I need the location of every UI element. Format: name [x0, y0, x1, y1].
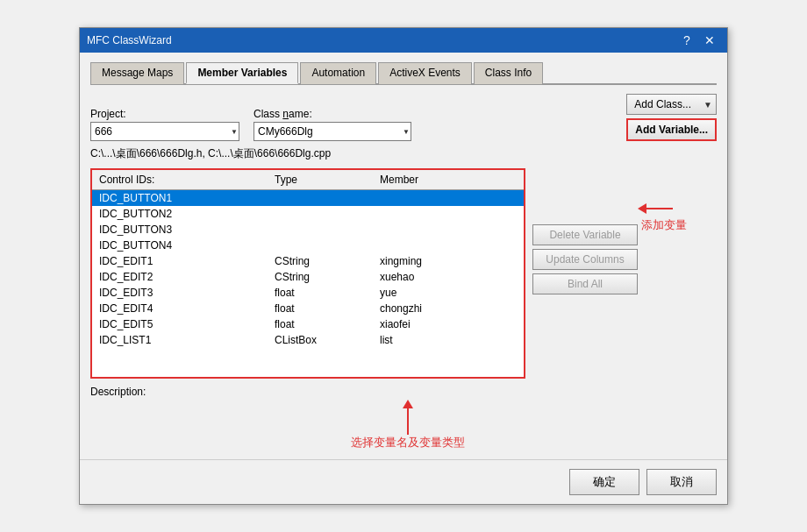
right-arrow-shaft: [646, 208, 673, 209]
footer: 确定 取消: [80, 459, 727, 504]
project-label: Project:: [90, 108, 239, 120]
add-class-arrow-icon: ▼: [703, 100, 712, 110]
col-header-control-ids: Control IDs:: [96, 172, 271, 188]
col-header-type: Type: [271, 172, 376, 188]
table-row[interactable]: IDC_EDIT5 float xiaofei: [92, 316, 524, 332]
class-name-group: Class name: CMy666Dlg: [254, 108, 411, 141]
main-area: Control IDs: Type Member IDC_BUTTON1 IDC…: [90, 168, 638, 379]
add-class-button[interactable]: Add Class... ▼: [626, 94, 717, 115]
title-bar-left: MFC ClassWizard: [87, 34, 172, 46]
class-name-select[interactable]: CMy666Dlg: [254, 122, 411, 141]
project-group: Project: 666: [90, 108, 239, 141]
cell-member: [373, 223, 478, 237]
bottom-annotation: 选择变量名及变量类型: [134, 400, 682, 450]
cell-type: [268, 207, 373, 221]
left-col: Control IDs: Type Member IDC_BUTTON1 IDC…: [90, 168, 638, 450]
table-row[interactable]: IDC_BUTTON1: [92, 190, 524, 206]
update-columns-button[interactable]: Update Columns: [532, 249, 638, 270]
description-label: Description:: [90, 386, 146, 398]
table-row[interactable]: IDC_BUTTON4: [92, 238, 524, 253]
cell-member: xiaofei: [373, 317, 478, 331]
cell-id: IDC_EDIT2: [92, 270, 268, 284]
cell-type: float: [268, 317, 373, 331]
tab-message-maps[interactable]: Message Maps: [90, 62, 184, 84]
cell-type: float: [268, 301, 373, 316]
cell-type: [268, 238, 373, 252]
cell-id: IDC_EDIT4: [92, 301, 268, 316]
table-body: IDC_BUTTON1 IDC_BUTTON2 IDC_BUTTON3 IDC_…: [92, 190, 524, 348]
col-header-member: Member: [376, 172, 482, 188]
cell-member: [373, 191, 478, 205]
table-row[interactable]: IDC_EDIT3 float yue: [92, 285, 524, 301]
help-button[interactable]: ?: [676, 32, 697, 49]
cell-id: IDC_EDIT3: [92, 286, 268, 300]
file-path: C:\...\桌面\666\666Dlg.h, C:\...\桌面\666\66…: [90, 146, 717, 161]
table-row[interactable]: IDC_BUTTON3: [92, 222, 524, 238]
table-row[interactable]: IDC_LIST1 CListBox list: [92, 332, 524, 348]
tab-activex-events[interactable]: ActiveX Events: [378, 62, 472, 84]
cell-type: [268, 223, 373, 237]
right-annotation-text: 添加变量: [641, 217, 687, 233]
table-header: Control IDs: Type Member: [92, 170, 524, 190]
cell-id: IDC_EDIT1: [92, 254, 268, 268]
cell-member: xuehao: [373, 270, 478, 284]
tab-member-variables[interactable]: Member Variables: [186, 62, 298, 84]
ok-button[interactable]: 确定: [569, 469, 639, 495]
cell-type: CString: [268, 270, 373, 284]
cell-id: IDC_BUTTON3: [92, 223, 268, 237]
cell-member: xingming: [373, 254, 478, 268]
table-row[interactable]: IDC_EDIT2 CString xuehao: [92, 269, 524, 285]
cell-type: [268, 191, 373, 205]
outer-layout: Control IDs: Type Member IDC_BUTTON1 IDC…: [90, 168, 717, 450]
add-variable-button[interactable]: Add Variable...: [626, 118, 717, 141]
cell-member: list: [373, 333, 478, 347]
main-window: MFC ClassWizard ? ✕ Message Maps Member …: [79, 27, 728, 505]
delete-variable-button[interactable]: Delete Variable: [532, 224, 638, 245]
window-title: MFC ClassWizard: [87, 34, 172, 46]
right-buttons: Delete Variable Update Columns Bind All: [532, 168, 638, 379]
cell-member: [373, 238, 478, 252]
content-area: Message Maps Member Variables Automation…: [80, 53, 727, 459]
cell-id: IDC_BUTTON1: [92, 191, 268, 205]
bind-all-button[interactable]: Bind All: [532, 273, 638, 294]
table-row[interactable]: IDC_EDIT1 CString xingming: [92, 253, 524, 269]
control-table: Control IDs: Type Member IDC_BUTTON1 IDC…: [90, 168, 525, 379]
cell-type: CString: [268, 254, 373, 268]
table-row[interactable]: IDC_EDIT4 float chongzhi: [92, 301, 524, 316]
cell-type: float: [268, 286, 373, 300]
cancel-button[interactable]: 取消: [646, 469, 717, 495]
cell-member: yue: [373, 286, 478, 300]
table-row[interactable]: IDC_BUTTON2: [92, 206, 524, 222]
cell-type: CListBox: [268, 333, 373, 347]
cell-id: IDC_BUTTON2: [92, 207, 268, 221]
tab-automation[interactable]: Automation: [300, 62, 376, 84]
up-arrow-shaft: [407, 408, 409, 435]
right-annotation: [638, 203, 673, 214]
class-name-label: Class name:: [254, 108, 411, 120]
title-bar: MFC ClassWizard ? ✕: [80, 28, 727, 53]
title-bar-controls: ? ✕: [676, 32, 720, 49]
description-row: Description:: [90, 386, 638, 398]
cell-id: IDC_LIST1: [92, 333, 268, 347]
bottom-annotation-text: 选择变量名及变量类型: [351, 435, 465, 450]
project-select[interactable]: 666: [90, 122, 239, 141]
up-arrow-head-icon: [403, 400, 413, 408]
left-arrow-head-icon: [638, 203, 646, 214]
cell-member: [373, 207, 478, 221]
close-button[interactable]: ✕: [699, 32, 720, 49]
cell-id: IDC_BUTTON4: [92, 238, 268, 252]
cell-member: chongzhi: [373, 301, 478, 316]
cell-id: IDC_EDIT5: [92, 317, 268, 331]
tab-bar: Message Maps Member Variables Automation…: [90, 61, 717, 85]
tab-class-info[interactable]: Class Info: [474, 62, 543, 84]
